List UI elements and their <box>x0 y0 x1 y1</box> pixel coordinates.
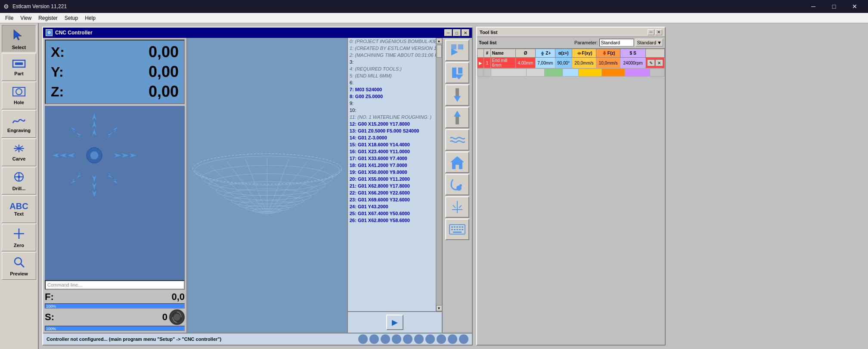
tool-empty-row <box>477 68 665 77</box>
menu-register[interactable]: Register <box>35 13 61 23</box>
tool-row-0[interactable]: ▶ 1 End mill 6mm 4,00mm 7,00mm 90,00° 20… <box>477 58 665 68</box>
param-dropdown[interactable]: Standard ▼ <box>636 39 663 46</box>
toolbar-btn-zero[interactable]: Zero <box>2 224 36 251</box>
tool-num: 1 <box>484 58 490 68</box>
gcode-line-2[interactable]: 2: (MACHINING TIME ABOUT 00:31:06 H <box>348 52 436 59</box>
icon-run[interactable] <box>445 40 469 61</box>
close-button[interactable]: ✕ <box>845 0 865 13</box>
icon-probe[interactable] <box>445 196 469 218</box>
status-icon-5[interactable] <box>403 334 412 344</box>
gcode-line-11[interactable]: 11: (NO. 1 WATERLINE ROUGHING: ) <box>348 114 436 120</box>
select-icon <box>12 28 26 44</box>
tool-delete-btn[interactable]: ✕ <box>655 59 663 66</box>
status-icon-3[interactable] <box>381 334 390 344</box>
gcode-line-23[interactable]: 23: G01 X69.6000 Y32.6000 <box>348 196 436 203</box>
scroll-thumb[interactable] <box>437 45 442 58</box>
gcode-line-9[interactable]: 9: <box>348 100 436 107</box>
toolbar-btn-drill[interactable]: Drill... <box>2 167 36 195</box>
status-icon-8[interactable] <box>437 334 446 344</box>
gcode-line-12[interactable]: 12: G00 X15.2000 Y17.8000 <box>348 120 436 127</box>
gcode-line-4[interactable]: 4: (REQUIRED TOOLS:) <box>348 65 436 72</box>
status-icon-2[interactable] <box>369 334 379 344</box>
status-icon-9[interactable] <box>448 334 457 344</box>
status-icon-7[interactable] <box>425 334 435 344</box>
toolbar-btn-carve[interactable]: Carve <box>2 139 36 166</box>
gcode-line-15[interactable]: 15: G01 X18.6000 Y14.4000 <box>348 141 436 148</box>
status-icon-10[interactable] <box>459 334 468 344</box>
chevron-down-icon: ▼ <box>657 40 662 45</box>
cnc-close[interactable]: ✕ <box>462 29 469 36</box>
play-button[interactable]: ▶ <box>386 315 403 330</box>
toolbar-btn-text[interactable]: ABC Text <box>2 195 36 223</box>
gcode-line-6[interactable]: 6: <box>348 79 436 86</box>
gcode-line-13[interactable]: 13: G01 Z0.5000 F5.000 S24000 <box>348 127 436 134</box>
gcode-line-20[interactable]: 20: G01 X55.0000 Y11.2000 <box>348 176 436 182</box>
gcode-line-0[interactable]: 0: (PROJECT INGENIOUS BOMBUL-KIE... <box>348 38 436 45</box>
maximize-button[interactable]: □ <box>824 0 844 13</box>
gcode-line-18[interactable]: 18: G01 X41.2000 Y7.0000 <box>348 162 436 169</box>
icon-waves[interactable] <box>445 129 469 151</box>
gcode-line-24[interactable]: 24: G01 Y43.2000 <box>348 203 436 210</box>
svg-marker-17 <box>92 112 97 121</box>
menu-setup[interactable]: Setup <box>61 13 81 23</box>
command-line[interactable]: Command line... <box>45 280 185 290</box>
gcode-line-3[interactable]: 3: <box>348 59 436 65</box>
icon-tap[interactable] <box>445 174 469 195</box>
gcode-line-5[interactable]: 5: (END MILL 6MM) <box>348 72 436 79</box>
x-value: 0,00 <box>68 42 182 62</box>
s-label: S: <box>45 312 58 323</box>
gcode-line-25[interactable]: 25: G01 X67.4000 Y50.6000 <box>348 210 436 217</box>
tool-close-btn[interactable]: ✕ <box>655 29 662 35</box>
icon-tool-down[interactable] <box>445 84 469 106</box>
hole-label: Hole <box>14 100 24 105</box>
gcode-line-17[interactable]: 17: G01 X33.6000 Y7.4000 <box>348 155 436 162</box>
gcode-line-14[interactable]: 14: G01 Z-3.0000 <box>348 134 436 141</box>
tool-panel: Tool list ─ ✕ Tool list Parameter: Stand… <box>476 27 666 346</box>
cnc-window: ⚙ CNC Controller ─ □ ✕ X: 0,00 Y: 0,00 Z… <box>42 27 473 346</box>
cnc-maximize[interactable]: □ <box>453 29 461 36</box>
svg-rect-82 <box>454 226 456 228</box>
cnc-minimize[interactable]: ─ <box>444 29 452 36</box>
s-progress-text: 100% <box>46 326 56 331</box>
gcode-line-26[interactable]: 26: G01 X62.8000 Y58.6000 <box>348 217 436 224</box>
toolbar-btn-preview[interactable]: Preview <box>2 252 36 280</box>
icon-tool-up[interactable] <box>445 107 469 128</box>
toolbar-btn-engraving[interactable]: Engraving <box>2 110 36 138</box>
svg-marker-92 <box>541 51 544 56</box>
tool-minimize[interactable]: ─ <box>648 29 654 35</box>
menu-view[interactable]: View <box>17 13 35 23</box>
svg-line-77 <box>453 205 456 208</box>
status-icon-6[interactable] <box>414 334 424 344</box>
svg-rect-89 <box>459 229 461 230</box>
gcode-line-7[interactable]: 7: M03 S24000 <box>348 86 436 93</box>
svg-rect-83 <box>456 226 458 228</box>
gcode-line-19[interactable]: 19: G01 X50.0000 Y9.0000 <box>348 169 436 176</box>
svg-rect-84 <box>459 226 461 228</box>
toolbar-btn-hole[interactable]: Hole <box>2 82 36 109</box>
tool-title-controls: ─ ✕ <box>648 29 662 35</box>
gcode-line-8[interactable]: 8: G00 Z5.0000 <box>348 93 436 100</box>
icon-home[interactable] <box>445 151 469 173</box>
gcode-line-21[interactable]: 21: G01 X62.8000 Y17.8000 <box>348 182 436 189</box>
tool-edit-btn[interactable]: ✎ <box>647 59 655 66</box>
gcode-scrollbar[interactable]: ▲ ▼ <box>436 38 442 311</box>
scroll-down-arrow[interactable]: ▼ <box>436 305 442 311</box>
status-icon-1[interactable] <box>358 334 368 344</box>
gcode-line-10[interactable]: 10: <box>348 107 436 114</box>
svg-marker-19 <box>92 128 97 136</box>
preview-label: Preview <box>10 271 28 276</box>
menu-help[interactable]: Help <box>81 13 99 23</box>
gcode-line-16[interactable]: 16: G01 X23.4000 Y11.0000 <box>348 148 436 155</box>
svg-rect-86 <box>451 229 453 230</box>
status-icon-4[interactable] <box>392 334 401 344</box>
toolbar-btn-select[interactable]: Select <box>2 25 36 53</box>
gcode-line-22[interactable]: 22: G01 X66.2000 Y22.6000 <box>348 189 436 196</box>
tool-table-header: # Name Ø Z+ α(z+) F(xy) F(z) $ S <box>477 49 665 58</box>
menu-file[interactable]: File <box>2 13 17 23</box>
scroll-up-arrow[interactable]: ▲ <box>436 38 442 44</box>
icon-keyboard[interactable] <box>445 219 469 240</box>
icon-step-down[interactable] <box>445 62 469 83</box>
minimize-button[interactable]: ─ <box>803 0 823 13</box>
toolbar-btn-part[interactable]: Part <box>2 53 36 81</box>
gcode-line-1[interactable]: 1: (CREATED BY ESTLCAM VERSION 1... <box>348 45 436 52</box>
